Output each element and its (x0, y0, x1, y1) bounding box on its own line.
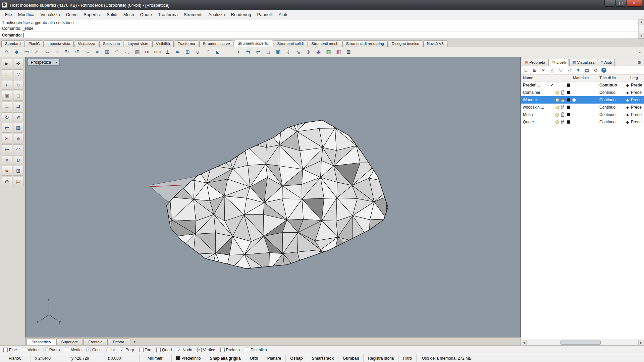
viewport-tab[interactable]: Prospettica (26, 339, 56, 345)
zoom-extents-icon[interactable]: ⊕ (2, 177, 12, 186)
menu-item[interactable]: Strumenti (181, 11, 206, 18)
scroll-down-icon[interactable]: ▼ (639, 34, 644, 39)
move-icon[interactable]: → (2, 102, 12, 111)
viewport-tab[interactable]: Frontale (83, 339, 107, 345)
symmetry-icon[interactable]: ⇄ (254, 48, 263, 56)
show-objects-icon[interactable]: ○ (13, 80, 23, 90)
toolbar-tab[interactable]: Disegno tecnico (388, 40, 423, 47)
status-toggle[interactable]: Osnap (286, 354, 307, 362)
hide-objects-icon[interactable]: ◐ (2, 80, 12, 90)
sweep-2-rails-icon[interactable]: ≈ (93, 48, 102, 56)
layers-panel-icon[interactable]: ▤ (13, 177, 23, 186)
menu-item[interactable]: Solidi (104, 11, 120, 18)
status-toggle[interactable]: Orto (245, 354, 263, 362)
status-toggle[interactable]: Registra storia (364, 354, 398, 362)
viewport-tab[interactable]: Superiore (56, 339, 83, 345)
viewport-title[interactable]: Prospettica ▾ (28, 59, 60, 66)
layer-lock-icon[interactable] (561, 89, 564, 96)
osnap-toggle[interactable]: ✓ Proietta (220, 348, 240, 352)
close-button[interactable]: ✕ (627, 0, 642, 7)
extrude-along-curve-icon[interactable]: ↝ (42, 48, 51, 56)
osnap-checkbox[interactable]: ✓ (44, 348, 48, 352)
osnap-toggle[interactable]: ✓ Perp (120, 348, 134, 352)
panel-gear-icon[interactable]: ⚙ (636, 59, 643, 66)
unroll-surface-icon[interactable]: ⇓ (284, 48, 293, 56)
status-cplane[interactable]: PianoC (0, 354, 31, 362)
osnap-toggle[interactable]: ✓ Int (105, 348, 115, 352)
menu-item[interactable]: Mesh (120, 11, 137, 18)
scroll-up-icon[interactable]: ▲ (639, 19, 644, 24)
menu-item[interactable]: Visualizza (37, 11, 63, 18)
osnap-checkbox[interactable]: ✓ (65, 348, 69, 352)
split-icon[interactable]: ⋔ (13, 134, 23, 143)
extend-icon[interactable]: ↦ (2, 144, 12, 154)
restore-button[interactable]: ▢ (615, 0, 626, 7)
help-icon[interactable]: ? (601, 68, 606, 73)
layer-color-swatch[interactable] (567, 104, 570, 111)
panel-tab[interactable]: ▦ Visualizza (569, 59, 597, 66)
layer-panel-hscrollbar[interactable]: ◀ ▶ (521, 340, 644, 345)
move-up-icon[interactable]: △ (549, 67, 555, 73)
menu-item[interactable]: Rendering (228, 11, 254, 18)
surface-from-points-icon[interactable]: ◇ (2, 48, 11, 56)
area-analysis-icon[interactable]: ⊕ (304, 48, 313, 56)
loft-icon[interactable]: ≋ (52, 48, 61, 56)
layer-color-swatch[interactable] (567, 118, 570, 126)
mirror-icon[interactable]: ⇄ (2, 123, 12, 133)
menu-item[interactable]: Curve (63, 11, 81, 18)
edge-tools-icon[interactable]: ⊠ (344, 48, 353, 56)
unlock-objects-icon[interactable]: □ (13, 91, 23, 101)
select-icon[interactable]: ► (2, 59, 12, 68)
fit-surface-icon[interactable]: FIT (143, 48, 152, 56)
lock-objects-icon[interactable]: ▣ (2, 91, 12, 101)
layer-on-bulb-icon[interactable] (555, 96, 559, 104)
toolbar-tab[interactable]: Standard (1, 40, 24, 47)
layer-color-swatch[interactable] (567, 81, 570, 89)
delete-layer-icon[interactable]: ✕ (540, 67, 546, 73)
layer-on-bulb-icon[interactable] (555, 104, 559, 111)
layer-color-swatch[interactable] (567, 89, 570, 96)
layer-linetype[interactable]: Continuo (599, 89, 615, 96)
tab-overflow-button[interactable]: » (638, 42, 643, 47)
osnap-checkbox[interactable]: ✓ (177, 348, 181, 352)
menu-item[interactable]: Modifica (15, 11, 37, 18)
heightfield-icon[interactable]: ▨ (133, 48, 142, 56)
drape-icon[interactable]: ◡ (123, 48, 132, 56)
layer-print-width[interactable]: Prede (631, 81, 644, 89)
connect-surfaces-icon[interactable]: ⇆ (244, 48, 253, 56)
layer-material-icon[interactable] (572, 96, 576, 104)
toolbar-tab[interactable]: Strumenti di rendering (342, 40, 388, 47)
osnap-checkbox[interactable]: ✓ (220, 348, 225, 352)
layer-linetype[interactable]: Continuo (599, 81, 617, 89)
osnap-toggle[interactable]: ✓ Quad (156, 348, 172, 352)
status-current-layer[interactable]: Predefinito (172, 354, 205, 362)
layer-on-bulb-icon[interactable] (555, 111, 559, 118)
scroll-left-icon[interactable]: ◀ (521, 340, 527, 345)
status-toggle[interactable]: SmartTrack (307, 354, 338, 362)
new-sublayer-icon[interactable]: ⊞ (532, 67, 538, 73)
network-surface-icon[interactable]: ▦ (103, 48, 112, 56)
untrim-icon[interactable]: □ (264, 48, 273, 56)
toolbar-tab[interactable]: Strumenti solidi (274, 40, 308, 47)
menu-item[interactable]: Pannelli (254, 11, 275, 18)
refit-surface-icon[interactable]: ⊥ (163, 48, 172, 56)
layer-lock-icon[interactable] (561, 96, 564, 104)
filter-icon[interactable]: ▼ (575, 67, 581, 73)
layer-on-bulb-icon[interactable] (555, 118, 559, 126)
menu-item[interactable]: Analizza (205, 11, 228, 18)
osnap-toggle[interactable]: ✓ Vertice (197, 348, 215, 352)
shrink-surface-icon[interactable]: ▣ (274, 48, 283, 56)
copy-icon[interactable]: ⇉ (13, 102, 23, 111)
menu-item[interactable]: File (2, 11, 15, 18)
panel-tab[interactable]: ▤ Livelli (548, 59, 569, 66)
menu-item[interactable]: Trasforma (155, 11, 181, 18)
panel-tab[interactable]: ? Aiuti (598, 59, 615, 66)
variable-offset-icon[interactable]: ◑ (233, 48, 243, 56)
osnap-toggle[interactable]: ✓ Vicino (22, 348, 38, 352)
revolve-icon[interactable]: ↻ (62, 48, 71, 56)
layer-linetype[interactable]: Continuo (599, 96, 615, 104)
collapse-icon[interactable]: ◁ (567, 67, 573, 73)
perspective-viewport[interactable]: Prospettica ▾ z x y (25, 57, 521, 337)
toolbar-tab[interactable]: Visualizza (74, 40, 99, 47)
join-icon[interactable]: ∪ (13, 155, 23, 165)
